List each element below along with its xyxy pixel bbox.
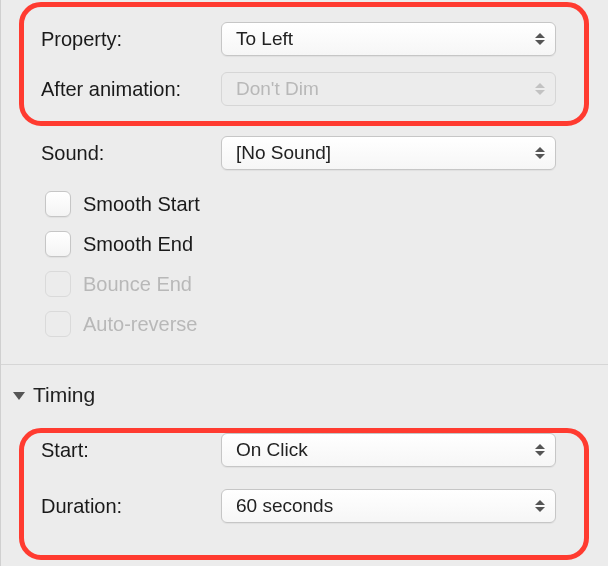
updown-icon	[533, 440, 547, 460]
auto-reverse-row: Auto-reverse	[1, 304, 608, 344]
start-label: Start:	[1, 439, 221, 462]
after-animation-select-value: Don't Dim	[236, 78, 319, 100]
property-select[interactable]: To Left	[221, 22, 556, 56]
start-row: Start: On Click	[1, 425, 608, 475]
sound-select-value: [No Sound]	[236, 142, 331, 164]
sound-label: Sound:	[1, 142, 221, 165]
bounce-end-label: Bounce End	[83, 273, 192, 296]
bounce-end-checkbox	[45, 271, 71, 297]
smooth-start-checkbox[interactable]	[45, 191, 71, 217]
updown-icon	[533, 79, 547, 99]
duration-row: Duration: 60 seconds	[1, 481, 608, 531]
updown-icon	[533, 496, 547, 516]
animation-options-panel: Property: To Left After animation: Don't…	[0, 0, 608, 566]
timing-title: Timing	[33, 383, 95, 407]
after-animation-row: After animation: Don't Dim	[1, 64, 608, 114]
property-label: Property:	[1, 28, 221, 51]
timing-header[interactable]: Timing	[1, 364, 608, 425]
bounce-end-row: Bounce End	[1, 264, 608, 304]
smooth-start-label: Smooth Start	[83, 193, 200, 216]
duration-label: Duration:	[1, 495, 221, 518]
auto-reverse-label: Auto-reverse	[83, 313, 198, 336]
property-select-value: To Left	[236, 28, 293, 50]
updown-icon	[533, 29, 547, 49]
chevron-down-icon	[13, 392, 25, 400]
smooth-end-checkbox[interactable]	[45, 231, 71, 257]
smooth-end-label: Smooth End	[83, 233, 193, 256]
property-row: Property: To Left	[1, 14, 608, 64]
duration-select-value: 60 seconds	[236, 495, 333, 517]
sound-select[interactable]: [No Sound]	[221, 136, 556, 170]
updown-icon	[533, 143, 547, 163]
start-select[interactable]: On Click	[221, 433, 556, 467]
smooth-start-row: Smooth Start	[1, 184, 608, 224]
duration-select[interactable]: 60 seconds	[221, 489, 556, 523]
sound-row: Sound: [No Sound]	[1, 128, 608, 178]
smooth-end-row: Smooth End	[1, 224, 608, 264]
after-animation-label: After animation:	[1, 78, 221, 101]
auto-reverse-checkbox	[45, 311, 71, 337]
start-select-value: On Click	[236, 439, 308, 461]
after-animation-select: Don't Dim	[221, 72, 556, 106]
